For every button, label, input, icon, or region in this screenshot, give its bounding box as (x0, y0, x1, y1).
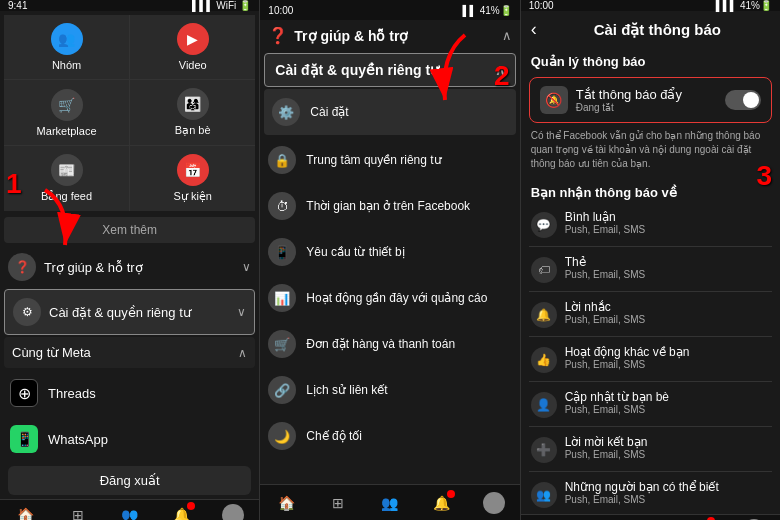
receive-title: Bạn nhận thông báo về (521, 181, 780, 204)
p2-item-icon-3: 📱 (268, 238, 296, 266)
grid-marketplace[interactable]: 🛒 Marketplace (4, 80, 129, 145)
threads-item[interactable]: ⊕ Threads (0, 370, 259, 416)
nav-notif-3[interactable]: 🔔 (687, 515, 717, 520)
p2-menu: ⚙️ Cài đặt 🔒 Trung tâm quyền riêng tư ⏱ … (260, 89, 519, 459)
p2-menu-item-7[interactable]: 🌙 Chế độ tối (260, 413, 519, 459)
p2-settings-label: Cài đặt & quyền riêng tư (275, 62, 439, 78)
settings-section[interactable]: ⚙ Cài đặt & quyền riêng tư ∨ (4, 289, 255, 335)
nav-notif-1[interactable]: 🔔 (167, 500, 197, 520)
p3-notif-title-4: Cập nhật từ bạn bè (565, 390, 669, 404)
toggle-sub: Đang tắt (576, 102, 682, 113)
nav-avatar-1[interactable] (218, 500, 248, 520)
p3-notif-title-3: Hoạt động khác về bạn (565, 345, 690, 359)
p3-notif-item-2[interactable]: 🔔 Lời nhắc Push, Email, SMS (521, 294, 780, 334)
nav-avatar-3[interactable] (739, 515, 769, 520)
divider-notif-4 (529, 426, 772, 427)
p2-menu-item-4[interactable]: 📊 Hoạt động gần đây với quảng cáo (260, 275, 519, 321)
p2-header-chevron: ∧ (502, 28, 512, 43)
settings-icon: ⚙ (13, 298, 41, 326)
nav-feed-2[interactable]: ⊞ (323, 488, 353, 518)
p2-menu-item-5[interactable]: 🛒 Đơn đặt hàng và thanh toán (260, 321, 519, 367)
p3-notif-item-1[interactable]: 🏷 Thẻ Push, Email, SMS (521, 249, 780, 289)
p3-notif-sub-6: Push, Email, SMS (565, 494, 719, 505)
time-3: 10:00 (529, 0, 554, 11)
p3-notif-item-3[interactable]: 👍 Hoạt động khác về bạn Push, Email, SMS (521, 339, 780, 379)
nav-feed-1[interactable]: ⊞ (63, 500, 93, 520)
nav-home-3[interactable]: 🏠 (532, 515, 562, 520)
divider-notif-2 (529, 336, 772, 337)
grid-nhom[interactable]: 👥 Nhóm (4, 15, 129, 79)
nav-friends-3[interactable]: 👥 (635, 515, 665, 520)
p3-notif-sub-4: Push, Email, SMS (565, 404, 669, 415)
p2-header: ❓ Trợ giúp & hỗ trợ ∧ (260, 20, 519, 51)
time-1: 9:41 (8, 0, 27, 11)
p2-item-icon-5: 🛒 (268, 330, 296, 358)
grid-event[interactable]: 📅 Sự kiện (130, 146, 255, 211)
notif-list: 💬 Bình luận Push, Email, SMS 🏷 Thẻ Push,… (521, 204, 780, 514)
battery-2: 41%🔋 (480, 5, 512, 16)
video-label: Video (179, 59, 207, 71)
see-more-button[interactable]: Xem thêm (4, 217, 255, 243)
bottom-nav-3: 🏠 ⊞ 👥 🔔 (521, 514, 780, 520)
bane-label: Bạn bè (175, 124, 211, 137)
nav-friends-1[interactable]: 👥 (115, 500, 145, 520)
p2-menu-item-6[interactable]: 🔗 Lịch sử liên kết (260, 367, 519, 413)
nav-friends-2[interactable]: 👥 (375, 488, 405, 518)
p3-notif-sub-0: Push, Email, SMS (565, 224, 646, 235)
toggle-push-row[interactable]: 🔕 Tắt thông báo đẩy Đang tắt (529, 77, 772, 123)
p3-notif-icon-0: 💬 (531, 212, 557, 238)
p3-notif-title-1: Thẻ (565, 255, 646, 269)
p2-item-icon-2: ⏱ (268, 192, 296, 220)
p3-notif-icon-2: 🔔 (531, 302, 557, 328)
feed-label: Bảng feed (41, 190, 92, 203)
shortcut-grid: 👥 Nhóm ▶ Video 🛒 Marketplace 👨‍👩‍👧 Bạn b… (4, 15, 255, 211)
nav-home-2[interactable]: 🏠 (271, 488, 301, 518)
p2-settings-chevron: ∧ (495, 62, 505, 78)
divider-notif-3 (529, 381, 772, 382)
logout-button[interactable]: Đăng xuất (8, 466, 251, 495)
p3-notif-item-6[interactable]: 👥 Những người bạn có thể biết Push, Emai… (521, 474, 780, 514)
whatsapp-item[interactable]: 📱 WhatsApp (0, 416, 259, 462)
p2-menu-item-2[interactable]: ⏱ Thời gian bạn ở trên Facebook (260, 183, 519, 229)
manage-notif-title: Quản lý thông báo (521, 48, 780, 73)
nav-avatar-2[interactable] (479, 488, 509, 518)
p3-notif-icon-6: 👥 (531, 482, 557, 508)
meta-label: Cùng từ Meta (12, 345, 91, 360)
grid-bane[interactable]: 👨‍👩‍👧 Bạn bè (130, 80, 255, 145)
p2-menu-item-1[interactable]: 🔒 Trung tâm quyền riêng tư (260, 137, 519, 183)
p2-menu-item-3[interactable]: 📱 Yêu cầu từ thiết bị (260, 229, 519, 275)
help-section[interactable]: ❓ Trợ giúp & hỗ trợ ∨ (0, 245, 259, 289)
p3-notif-item-0[interactable]: 💬 Bình luận Push, Email, SMS (521, 204, 780, 244)
threads-label: Threads (48, 386, 96, 401)
p2-settings-header[interactable]: Cài đặt & quyền riêng tư ∧ (264, 53, 515, 87)
nav-home-1[interactable]: 🏠 (11, 500, 41, 520)
p2-menu-item-0[interactable]: ⚙️ Cài đặt (264, 89, 515, 135)
video-icon: ▶ (177, 23, 209, 55)
nav-feed-3[interactable]: ⊞ (583, 515, 613, 520)
push-notif-toggle[interactable] (725, 90, 761, 110)
bell-slash-icon: 🔕 (540, 86, 568, 114)
p3-title: Cài đặt thông báo (545, 21, 770, 39)
grid-feed[interactable]: 📰 Bảng feed (4, 146, 129, 211)
toggle-desc: Có thể Facebook vẫn gửi cho bạn những th… (521, 127, 780, 177)
settings-chevron: ∨ (237, 305, 246, 319)
p3-notif-icon-5: ➕ (531, 437, 557, 463)
signal-2: ▌▌ (462, 5, 476, 16)
grid-video[interactable]: ▶ Video (130, 15, 255, 79)
status-bar-1: 9:41 ▌▌▌ WiFi 🔋 (0, 0, 259, 11)
p3-notif-item-5[interactable]: ➕ Lời mời kết bạn Push, Email, SMS (521, 429, 780, 469)
nhom-label: Nhóm (52, 59, 81, 71)
p2-item-icon-4: 📊 (268, 284, 296, 312)
p3-notif-icon-3: 👍 (531, 347, 557, 373)
event-label: Sự kiện (174, 190, 212, 203)
p2-item-icon-6: 🔗 (268, 376, 296, 404)
nav-notif-2[interactable]: 🔔 (427, 488, 457, 518)
panel-3: 10:00 ▌▌▌ 41%🔋 ‹ Cài đặt thông báo Quản … (521, 0, 780, 520)
p3-notif-item-4[interactable]: 👤 Cập nhật từ bạn bè Push, Email, SMS (521, 384, 780, 424)
back-button[interactable]: ‹ (531, 19, 537, 40)
divider-notif-5 (529, 471, 772, 472)
notif-badge-2 (447, 490, 455, 498)
marketplace-icon: 🛒 (51, 89, 83, 121)
panel-2: 10:00 ▌▌ 41%🔋 ❓ Trợ giúp & hỗ trợ ∧ Cài … (260, 0, 520, 520)
meta-chevron: ∧ (238, 346, 247, 360)
